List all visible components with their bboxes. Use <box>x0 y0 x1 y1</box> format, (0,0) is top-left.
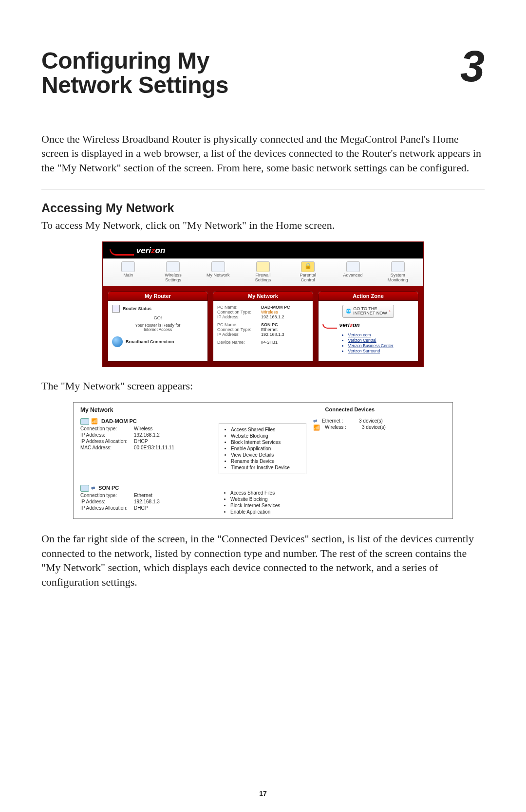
kv-key: IP Address Allocation: <box>80 439 134 444</box>
go-to-internet-button[interactable]: 🌐 GO TO THE INTERNET NOW › <box>342 305 394 318</box>
count-label: Wireless : <box>325 424 359 431</box>
ethernet-icon: ⇄ <box>91 485 95 491</box>
figure-router-dashboard: verizon Main Wireless Settings My Networ… <box>102 241 424 367</box>
kv-val: DHCP <box>134 439 148 444</box>
kv-key: Connection type: <box>80 426 134 431</box>
dev-ct-label: Connection Type: <box>217 310 261 314</box>
connected-devices-title: Connected Devices <box>325 406 375 412</box>
main-icon <box>121 261 135 272</box>
dev-name-label: PC Name: <box>217 305 261 310</box>
dev-ip-value: 192.168.1.2 <box>261 314 284 319</box>
chapter-title-line1: Configuring My <box>41 49 228 73</box>
lock-icon <box>301 261 315 272</box>
action-links: Verizon.com Verizon Central Verizon Busi… <box>322 332 414 353</box>
action-link[interactable]: Rename this Device <box>231 458 301 464</box>
action-link[interactable]: Enable Application <box>231 445 301 452</box>
panel-action-zone: Action Zone 🌐 GO TO THE INTERNET NOW › v… <box>318 291 418 362</box>
chevron-right-icon: › <box>389 309 391 314</box>
logo-text-b: z <box>151 246 155 255</box>
device-detail: 📶 DAD-MOM PC Connection type:Wireless IP… <box>80 418 212 479</box>
tab-advanced-label: Advanced <box>343 273 363 277</box>
kv-val: 192.168.1.2 <box>134 432 160 438</box>
dev-ct-value: Wireless <box>261 310 278 314</box>
kv-val: Ethernet <box>134 493 152 498</box>
link-verizon-surround[interactable]: Verizon Surround <box>342 349 414 353</box>
intro-paragraph: Once the Wireless Broadband Router is ph… <box>41 132 485 175</box>
network-icon <box>211 261 225 272</box>
kv-val: DHCP <box>134 505 148 511</box>
tab-mynetwork-label: My Network <box>207 273 230 277</box>
monitoring-icon <box>391 261 405 272</box>
figure-my-network-list: My Network Connected Devices 📶 DAD-MOM P… <box>73 402 453 519</box>
tab-main[interactable]: Main <box>106 261 150 283</box>
kv-key: IP Address: <box>80 432 134 438</box>
tab-main-label: Main <box>123 273 133 277</box>
connected-counts: ⇄Ethernet :3 device(s) 📶Wireless :3 devi… <box>313 418 415 479</box>
verizon-swoosh-icon <box>110 249 134 256</box>
device-name: DAD-MOM PC <box>101 418 137 424</box>
count-value: 3 device(s) <box>362 424 386 431</box>
dev-ip-label: IP Address: <box>217 332 261 337</box>
count-label: Ethernet : <box>322 418 356 424</box>
advanced-icon <box>346 261 360 272</box>
device-detail: ⇄ SON PC Connection type:Ethernet IP Add… <box>80 485 212 519</box>
wireless-icon <box>166 261 180 272</box>
panel-action-title: Action Zone <box>319 292 418 301</box>
action-link[interactable]: Website Blocking <box>231 433 301 439</box>
device-name: SON PC <box>98 485 119 491</box>
panel-my-router: My Router Router Status GO! Your Router … <box>108 291 208 362</box>
tab-system-monitoring[interactable]: System Monitoring <box>376 261 420 283</box>
tab-my-network[interactable]: My Network <box>196 261 241 283</box>
router-ready-msg: Your Router is Ready for Internet Access <box>112 323 204 333</box>
dev-name-value: SON PC <box>261 322 278 327</box>
dev-name-label: PC Name: <box>217 322 261 327</box>
tab-parental-label: Parental Control <box>300 273 317 282</box>
action-link[interactable]: Access Shared Files <box>231 426 301 433</box>
link-verizon-com[interactable]: Verizon.com <box>342 332 414 337</box>
action-link[interactable]: Enable Application <box>230 509 301 515</box>
action-link[interactable]: Block Internet Services <box>231 439 301 445</box>
dashboard-toolbar: Main Wireless Settings My Network Firewa… <box>103 258 423 286</box>
verizon-logo: verizon <box>110 246 165 256</box>
page-number: 17 <box>0 790 526 797</box>
device-actions: Access Shared Files Website Blocking Blo… <box>219 423 306 474</box>
chapter-header: Configuring My Network Settings 3 <box>41 49 485 98</box>
tab-parental-control[interactable]: Parental Control <box>285 261 330 283</box>
action-link[interactable]: Website Blocking <box>230 496 301 502</box>
kv-key: IP Address Allocation: <box>80 505 134 511</box>
section-rule <box>41 189 485 189</box>
globe-small-icon: 🌐 <box>346 309 351 314</box>
link-verizon-central[interactable]: Verizon Central <box>342 338 414 343</box>
wifi-icon: 📶 <box>91 418 98 424</box>
go-label[interactable]: GO! <box>112 315 204 320</box>
tab-wireless-settings[interactable]: Wireless Settings <box>150 261 195 283</box>
wifi-icon: 📶 <box>313 424 320 431</box>
device-entry: Device Name:IP-STB1 <box>217 340 309 345</box>
globe-icon <box>112 336 123 347</box>
dashboard-body: My Router Router Status GO! Your Router … <box>103 286 423 367</box>
action-link[interactable]: Access Shared Files <box>230 490 301 496</box>
tab-wireless-label: Wireless Settings <box>165 273 182 282</box>
panel-router-title: My Router <box>108 292 207 301</box>
action-link[interactable]: Timeout for Inactive Device <box>231 464 301 471</box>
dev-name-value: DAD-MOM PC <box>261 305 290 310</box>
kv-val: 00:0E:B3:11.11.11 <box>134 445 174 450</box>
count-value: 3 device(s) <box>359 418 383 424</box>
section-title: Accessing My Network <box>41 201 485 215</box>
dev-name-label: Device Name: <box>217 340 261 345</box>
tab-system-label: System Monitoring <box>388 273 408 282</box>
pc-icon <box>80 418 89 425</box>
tab-advanced[interactable]: Advanced <box>330 261 375 283</box>
dev-ip-value: 192.168.1.3 <box>261 332 284 337</box>
tab-firewall-settings[interactable]: Firewall Settings <box>241 261 285 283</box>
kv-val: Wireless <box>134 426 152 431</box>
action-link[interactable]: Block Internet Services <box>230 502 301 509</box>
closing-paragraph: On the far right side of the screen, in … <box>41 532 485 590</box>
go-to-internet-label: GO TO THE INTERNET NOW <box>353 307 387 316</box>
chapter-number: 3 <box>460 47 485 86</box>
between-caption: The "My Network" screen appears: <box>41 380 485 392</box>
link-verizon-business[interactable]: Verizon Business Center <box>342 343 414 348</box>
action-link[interactable]: View Device Details <box>231 452 301 458</box>
kv-key: IP Address: <box>80 499 134 504</box>
tab-firewall-label: Firewall Settings <box>255 273 271 282</box>
